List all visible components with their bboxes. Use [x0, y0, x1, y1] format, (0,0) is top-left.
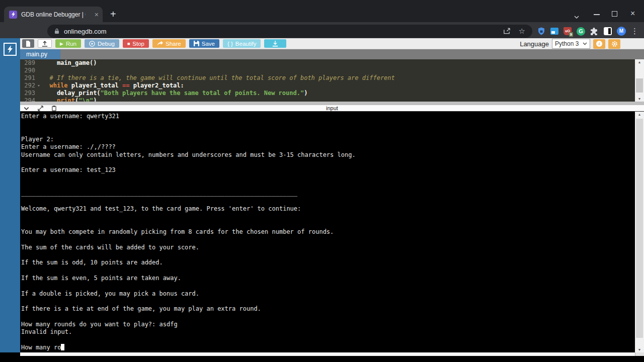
upload-file-button[interactable]	[38, 39, 52, 48]
play-icon: ▶	[60, 41, 63, 46]
language-select[interactable]: Python 3	[552, 39, 590, 49]
braces-icon: { }	[227, 41, 233, 47]
window-maximize-button[interactable]	[612, 11, 617, 17]
scroll-down-icon[interactable]: ▼	[635, 348, 644, 351]
console-horizontal-scrollbar[interactable]	[20, 352, 635, 356]
code-editor[interactable]: 289 main_game()290291 # If there is a ti…	[20, 59, 635, 102]
bookmark-star-icon[interactable]: ☆	[519, 27, 525, 36]
onlinegdb-favicon-lightning-icon	[9, 11, 17, 19]
language-label: Language	[520, 40, 549, 48]
save-label: Save	[202, 41, 215, 47]
share-page-icon[interactable]	[503, 28, 511, 35]
editor-line[interactable]: 294 print("\n")	[20, 97, 635, 102]
console-scrollbar[interactable]: ▲ ▼	[635, 112, 644, 352]
share-button[interactable]: Share	[152, 39, 186, 48]
grammarly-extension-icon[interactable]: G	[577, 27, 585, 36]
ublock-extension-icon[interactable]: uO 9	[564, 27, 572, 35]
text-cursor	[61, 344, 64, 350]
run-label: Run	[66, 41, 76, 47]
scroll-up-icon[interactable]: ▲	[635, 60, 644, 64]
editor-scrollbar[interactable]: ▲ ▼	[635, 59, 644, 102]
language-value: Python 3	[555, 40, 579, 47]
debug-button[interactable]: Debug	[85, 39, 119, 48]
stop-label: Stop	[132, 41, 144, 47]
password-shield-extension-icon[interactable]	[537, 27, 545, 35]
extensions-row: uO 9 G M ⋮	[537, 25, 638, 38]
scrollbar-corner	[635, 352, 644, 356]
editor-lines: 289 main_game()290291 # If there is a ti…	[20, 59, 635, 102]
editor-line[interactable]: 293 delay_print("Both players have the s…	[20, 89, 635, 97]
language-area: Language Python 3 i	[520, 39, 620, 49]
console-header: input	[20, 105, 644, 112]
extensions-puzzle-icon[interactable]	[590, 27, 599, 36]
tab-close-icon[interactable]: ×	[95, 11, 99, 18]
browser-tab-strip: GDB online Debugger | Compiler × + ×	[0, 0, 644, 22]
side-panel-extension-icon[interactable]	[604, 27, 612, 35]
tab-title: GDB online Debugger | Compiler	[21, 11, 86, 18]
editor-scrollbar-thumb[interactable]	[636, 78, 643, 93]
profile-avatar[interactable]: M	[617, 27, 626, 36]
save-button[interactable]: Save	[189, 39, 219, 48]
window-close-button[interactable]: ×	[630, 9, 635, 18]
upload-icon	[42, 41, 48, 47]
editor-line[interactable]: 292▾ while player1_total == player2_tota…	[20, 82, 635, 89]
new-tab-button[interactable]: +	[110, 9, 116, 20]
save-floppy-icon	[194, 41, 199, 46]
console-output[interactable]: Enter a username: qwerty321 Player 2: En…	[20, 112, 635, 351]
url-text[interactable]: onlinegdb.com	[64, 28, 107, 35]
editor-line[interactable]: 290	[20, 67, 635, 74]
new-file-icon	[26, 41, 31, 47]
screenshot-extension-icon[interactable]	[550, 28, 558, 35]
ublock-badge: 9	[569, 32, 573, 37]
chevron-down-icon	[583, 42, 587, 45]
settings-button[interactable]	[608, 39, 620, 49]
info-icon: i	[596, 41, 602, 47]
window-minimize-button[interactable]	[594, 14, 600, 15]
browser-tab[interactable]: GDB online Debugger | Compiler ×	[4, 7, 103, 22]
gear-icon	[611, 41, 618, 47]
stop-square-icon: ■	[127, 41, 130, 46]
onlinegdb-logo-lightning-icon[interactable]	[4, 43, 17, 56]
info-button[interactable]: i	[593, 39, 605, 49]
console-panel[interactable]: Enter a username: qwerty321 Player 2: En…	[20, 112, 635, 352]
run-button[interactable]: ▶ Run	[55, 39, 81, 48]
beautify-button[interactable]: { } Beautify	[223, 39, 261, 48]
scroll-down-icon[interactable]: ▼	[635, 97, 644, 101]
new-file-button[interactable]	[22, 39, 34, 48]
file-tab-mainpy[interactable]: main.py	[20, 49, 60, 59]
input-panel-label: input	[20, 105, 644, 112]
file-tab-bar: main.py	[20, 49, 644, 59]
beautify-label: Beautify	[235, 41, 257, 47]
share-arrow-icon	[157, 41, 163, 46]
editor-line[interactable]: 289 main_game()	[20, 59, 635, 67]
scroll-up-icon[interactable]: ▲	[635, 113, 644, 116]
download-button[interactable]	[264, 39, 286, 48]
download-icon	[272, 41, 278, 47]
editor-line[interactable]: 291 # If there is a tie, the game will c…	[20, 74, 635, 82]
tab-search-chevron-icon[interactable]	[574, 12, 580, 21]
browser-menu-icon[interactable]: ⋮	[631, 27, 638, 36]
stop-button[interactable]: ■ Stop	[123, 39, 149, 48]
console-scrollbar-thumb[interactable]	[636, 119, 643, 338]
editor-bottom-strip	[20, 102, 644, 105]
debug-label: Debug	[98, 41, 115, 47]
lock-icon	[54, 28, 59, 34]
share-label: Share	[166, 41, 181, 47]
app-sidebar	[0, 38, 20, 352]
address-bar[interactable]: onlinegdb.com ☆	[47, 25, 532, 38]
debug-circle-play-icon	[89, 41, 95, 47]
